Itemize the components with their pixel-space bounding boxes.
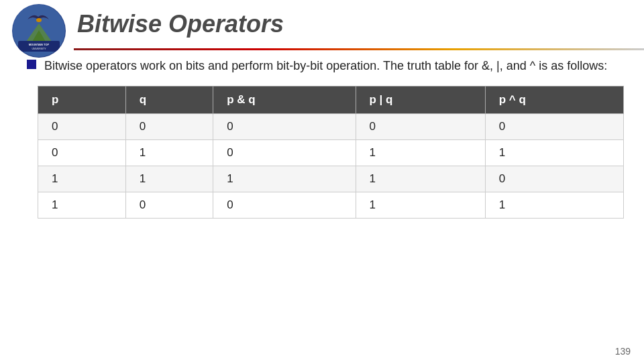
truth-table: p q p & q p | q p ^ q 000000101111110100… xyxy=(38,86,624,219)
table-cell: 1 xyxy=(125,140,213,166)
col-header-p-or-q: p | q xyxy=(356,86,485,114)
table-cell: 1 xyxy=(38,166,126,192)
col-header-p-xor-q: p ^ q xyxy=(485,86,623,114)
logo-area: MOUNTAIN TOP UNIVERSITY xyxy=(7,5,70,56)
table-cell: 0 xyxy=(356,114,485,140)
slide-title: Bitwise Operators xyxy=(77,10,284,38)
table-cell: 1 xyxy=(485,192,623,219)
slide: MOUNTAIN TOP UNIVERSITY Bitwise Operator… xyxy=(0,0,644,362)
table-cell: 1 xyxy=(356,140,485,166)
table-cell: 0 xyxy=(485,166,623,192)
content-area: Bitwise operators work on bits and perfo… xyxy=(20,57,624,335)
table-cell: 0 xyxy=(38,140,126,166)
table-cell: 1 xyxy=(356,166,485,192)
bullet-icon xyxy=(27,60,36,69)
logo-svg: MOUNTAIN TOP UNIVERSITY xyxy=(13,5,65,57)
table-header-row: p q p & q p | q p ^ q xyxy=(38,86,624,114)
table-cell: 1 xyxy=(356,192,485,219)
table-cell: 1 xyxy=(213,166,356,192)
table-row: 11110 xyxy=(38,166,624,192)
col-header-p-and-q: p & q xyxy=(213,86,356,114)
table-cell: 1 xyxy=(38,192,126,219)
logo-circle: MOUNTAIN TOP UNIVERSITY xyxy=(12,4,66,58)
svg-point-3 xyxy=(36,18,42,22)
table-cell: 0 xyxy=(125,192,213,219)
table-row: 01011 xyxy=(38,140,624,166)
bullet-text: Bitwise operators work on bits and perfo… xyxy=(44,57,607,75)
table-cell: 1 xyxy=(125,166,213,192)
table-cell: 0 xyxy=(125,114,213,140)
table-row: 00000 xyxy=(38,114,624,140)
table-cell: 0 xyxy=(213,140,356,166)
table-cell: 0 xyxy=(213,114,356,140)
svg-text:UNIVERSITY: UNIVERSITY xyxy=(32,48,46,50)
bullet-item: Bitwise operators work on bits and perfo… xyxy=(27,57,624,75)
col-header-p: p xyxy=(38,86,126,114)
table-row: 10011 xyxy=(38,192,624,219)
table-cell: 0 xyxy=(38,114,126,140)
accent-line xyxy=(74,48,644,50)
table-cell: 0 xyxy=(485,114,623,140)
page-number: 139 xyxy=(615,346,631,357)
col-header-q: q xyxy=(125,86,213,114)
svg-text:MOUNTAIN TOP: MOUNTAIN TOP xyxy=(28,43,49,46)
table-cell: 1 xyxy=(485,140,623,166)
table-cell: 0 xyxy=(213,192,356,219)
